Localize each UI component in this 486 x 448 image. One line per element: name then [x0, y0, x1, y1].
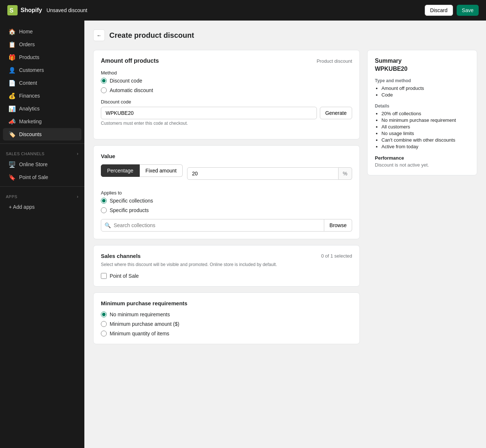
- no-min-radio[interactable]: [101, 312, 107, 317]
- discard-button[interactable]: Discard: [425, 5, 453, 16]
- sales-channels-header: Sales channels 0 of 1 selected: [101, 253, 352, 259]
- page-title: Create product discount: [109, 31, 194, 40]
- min-qty-radio[interactable]: [101, 331, 107, 336]
- sidebar-item-label: Discounts: [19, 131, 41, 137]
- specific-products-radio[interactable]: [101, 207, 107, 213]
- search-browse-row: 🔍 Browse: [101, 219, 352, 232]
- sidebar-item-label: Online Store: [19, 161, 48, 167]
- discount-code-radio-item[interactable]: Discount code: [101, 78, 352, 84]
- specific-products-radio-item[interactable]: Specific products: [101, 207, 352, 213]
- specific-products-label[interactable]: Specific products: [110, 207, 149, 213]
- value-card: Value Percentage Fixed amount % Applies …: [93, 145, 360, 239]
- min-amount-radio-item[interactable]: Minimum purchase amount ($): [101, 321, 352, 327]
- list-item: All customers: [381, 124, 469, 130]
- apps-section: Apps ›: [0, 190, 84, 201]
- marketing-icon: 📣: [9, 118, 15, 125]
- min-amount-label[interactable]: Minimum purchase amount ($): [110, 321, 179, 327]
- automatic-discount-label[interactable]: Automatic discount: [110, 87, 153, 93]
- summary-code: WPKUBE20: [375, 66, 469, 72]
- specific-collections-label[interactable]: Specific collections: [110, 198, 153, 204]
- specific-collections-radio[interactable]: [101, 198, 107, 204]
- list-item: Can't combine with other discounts: [381, 137, 469, 143]
- discount-code-helper: Customers must enter this code at checko…: [101, 121, 352, 126]
- sidebar-item-content[interactable]: 📄 Content: [3, 77, 81, 89]
- automatic-discount-radio-item[interactable]: Automatic discount: [101, 87, 352, 93]
- method-label: Method: [101, 70, 352, 76]
- details-label: Details: [375, 103, 469, 109]
- amount-card-title: Amount off products: [101, 58, 159, 64]
- method-group: Method Discount code Automatic discount: [101, 70, 352, 93]
- summary-card: Summary WPKUBE20 Type and method Amount …: [367, 50, 477, 175]
- sales-channels-section: Sales channels ›: [0, 147, 84, 158]
- min-qty-radio-item[interactable]: Minimum quantity of items: [101, 331, 352, 336]
- no-min-label[interactable]: No minimum requirements: [110, 312, 170, 317]
- sidebar-item-products[interactable]: 🎁 Products: [3, 51, 81, 63]
- sidebar-item-finances[interactable]: 💰 Finances: [3, 90, 81, 102]
- sidebar-item-label: Home: [19, 29, 33, 34]
- fixed-amount-toggle[interactable]: Fixed amount: [140, 164, 183, 177]
- list-item: No usage limits: [381, 131, 469, 136]
- page-header: ← Create product discount: [93, 29, 477, 41]
- list-item: 20% off collections: [381, 111, 469, 116]
- sidebar-item-orders[interactable]: 📋 Orders: [3, 38, 81, 51]
- save-button[interactable]: Save: [457, 5, 479, 16]
- chevron-right-icon-2: ›: [77, 194, 79, 199]
- page-subtitle: Unsaved discount: [47, 7, 87, 13]
- value-suffix: %: [339, 167, 352, 180]
- list-item: Amount off products: [381, 85, 469, 91]
- value-input[interactable]: [187, 167, 338, 180]
- discount-code-field-label: Discount code: [101, 99, 352, 105]
- sidebar-divider: [0, 143, 84, 144]
- pos-label[interactable]: Point of Sale: [110, 273, 139, 279]
- value-row: Percentage Fixed amount %: [101, 164, 352, 183]
- search-collections-input[interactable]: [101, 219, 324, 232]
- sales-channels-helper: Select where this discount will be visib…: [101, 262, 352, 267]
- analytics-icon: 📊: [9, 105, 15, 112]
- discounts-icon: 🏷️: [9, 131, 15, 138]
- content-icon: 📄: [9, 80, 15, 86]
- generate-button[interactable]: Generate: [320, 107, 352, 119]
- method-radio-group: Discount code Automatic discount: [101, 78, 352, 93]
- sidebar-item-discounts[interactable]: 🏷️ Discounts: [3, 128, 81, 141]
- minimum-purchase-card: Minimum purchase requirements No minimum…: [93, 292, 360, 344]
- sidebar-item-customers[interactable]: 👤 Customers: [3, 64, 81, 76]
- min-qty-label[interactable]: Minimum quantity of items: [110, 331, 169, 336]
- discount-code-label[interactable]: Discount code: [110, 78, 142, 84]
- sales-channels-count: 0 of 1 selected: [321, 253, 352, 259]
- specific-collections-radio-item[interactable]: Specific collections: [101, 198, 352, 204]
- sidebar-item-analytics[interactable]: 📊 Analytics: [3, 102, 81, 115]
- finances-icon: 💰: [9, 92, 15, 99]
- sidebar-item-marketing[interactable]: 📣 Marketing: [3, 115, 81, 128]
- back-button[interactable]: ←: [93, 29, 105, 41]
- automatic-discount-radio[interactable]: [101, 87, 107, 93]
- sidebar-item-pos[interactable]: 🔖 Point of Sale: [3, 171, 81, 183]
- min-purchase-title: Minimum purchase requirements: [101, 300, 352, 306]
- main-content: ← Create product discount Amount off pro…: [84, 21, 486, 448]
- back-arrow-icon: ←: [96, 33, 101, 38]
- sales-channels-card: Sales channels 0 of 1 selected Select wh…: [93, 245, 360, 287]
- list-item: Code: [381, 92, 469, 98]
- value-toggle-group: Percentage Fixed amount: [101, 164, 183, 177]
- sidebar-item-label: Content: [19, 80, 37, 86]
- search-icon: 🔍: [105, 222, 111, 228]
- sidebar-item-online-store[interactable]: 🖥️ Online Store: [3, 158, 81, 171]
- amount-off-products-card: Amount off products Product discount Met…: [93, 50, 360, 139]
- pos-checkbox[interactable]: [101, 273, 107, 279]
- percentage-toggle[interactable]: Percentage: [101, 164, 140, 177]
- pos-checkbox-item[interactable]: Point of Sale: [101, 273, 352, 279]
- min-amount-radio[interactable]: [101, 321, 107, 327]
- no-min-radio-item[interactable]: No minimum requirements: [101, 312, 352, 317]
- sidebar-item-label: Orders: [19, 41, 35, 47]
- top-bar-actions: Discard Save: [425, 5, 479, 16]
- discount-code-input[interactable]: [101, 107, 317, 119]
- browse-button[interactable]: Browse: [324, 219, 352, 232]
- sidebar-item-home[interactable]: 🏠 Home: [3, 25, 81, 38]
- sidebar-item-add-apps[interactable]: + Add apps: [3, 201, 81, 213]
- svg-text:S: S: [10, 7, 14, 14]
- discount-code-group: Discount code Generate Customers must en…: [101, 99, 352, 126]
- value-card-title: Value: [101, 153, 352, 159]
- discount-code-radio[interactable]: [101, 78, 107, 84]
- sidebar-item-label: Point of Sale: [19, 174, 48, 180]
- sidebar-item-label: Finances: [19, 93, 40, 99]
- orders-icon: 📋: [9, 41, 15, 48]
